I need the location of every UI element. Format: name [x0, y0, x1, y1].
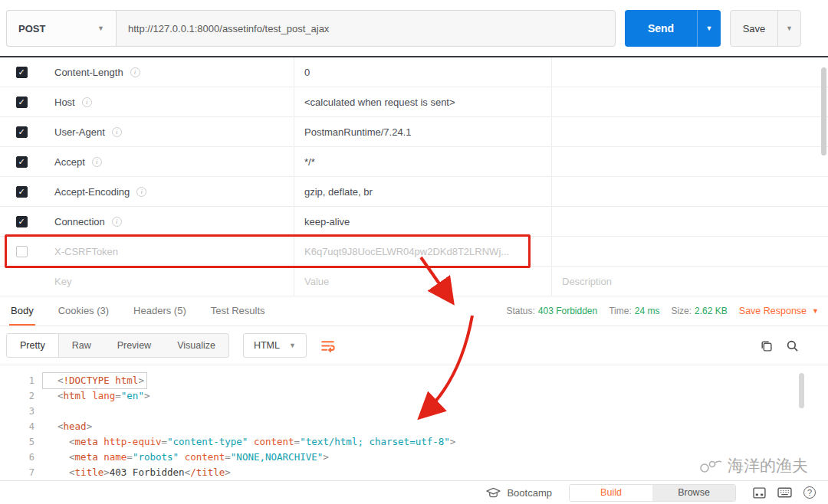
- code-text: <meta http-equiv="content-type" content=…: [43, 434, 455, 450]
- wrap-lines-icon: [320, 339, 335, 353]
- mode-pretty[interactable]: Pretty: [7, 334, 59, 357]
- info-icon: i: [92, 157, 102, 167]
- request-bar: POST ▼ Send ▼ Save ▼: [0, 0, 828, 56]
- size-metric: Size:2.62 KB: [671, 306, 727, 316]
- checkbox-cell: ✓: [0, 207, 43, 236]
- value-cell[interactable]: 0: [294, 57, 551, 87]
- header-row: ✓User-AgentiPostmanRuntime/7.24.1: [0, 117, 828, 147]
- response-meta: Status:403 Forbidden Time:24 ms Size:2.6…: [506, 296, 819, 326]
- two-pane-view-button[interactable]: [753, 487, 766, 499]
- checkbox-cell: ✓: [0, 147, 43, 176]
- description-cell[interactable]: [551, 207, 828, 236]
- key-cell[interactable]: Connectioni: [43, 207, 294, 236]
- search-button[interactable]: [786, 339, 799, 352]
- description-cell[interactable]: [551, 57, 828, 87]
- chevron-down-icon: ▼: [812, 307, 819, 315]
- row-checkbox[interactable]: ✓: [16, 97, 28, 108]
- headers-table-rows: ✓Content-Lengthi0✓Hosti<calculated when …: [0, 57, 828, 267]
- value-cell[interactable]: */*: [294, 147, 551, 176]
- help-button[interactable]: ?: [803, 486, 816, 499]
- watermark-text: 海洋的渔夫: [728, 455, 808, 476]
- browse-tab[interactable]: Browse: [652, 485, 735, 501]
- status-value: 403 Forbidden: [538, 306, 597, 316]
- shortcuts-button[interactable]: [777, 487, 792, 498]
- header-row: ✓Connectionikeep-alive: [0, 207, 828, 237]
- size-value: 2.62 KB: [695, 306, 728, 316]
- line-number: 5: [0, 434, 43, 450]
- tab-test-results[interactable]: Test Results: [209, 296, 267, 326]
- bootcamp-button[interactable]: Bootcamp: [486, 487, 552, 499]
- row-checkbox[interactable]: ✓: [16, 156, 28, 168]
- build-browse-toggle: Build Browse: [569, 484, 736, 502]
- header-key: User-Agent: [54, 126, 105, 138]
- tab-headers-5[interactable]: Headers (5): [132, 296, 188, 326]
- tab-cookies-3[interactable]: Cookies (3): [57, 296, 110, 326]
- checkbox-cell: [0, 237, 43, 266]
- mode-preview[interactable]: Preview: [104, 334, 164, 357]
- code-line: 2<html lang="en">: [0, 388, 828, 404]
- row-checkbox[interactable]: ✓: [16, 216, 28, 227]
- row-checkbox[interactable]: [16, 246, 28, 257]
- page-scrollbar-thumb[interactable]: [821, 67, 826, 155]
- key-cell[interactable]: Content-Lengthi: [43, 57, 294, 87]
- row-checkbox[interactable]: ✓: [16, 67, 28, 78]
- code-line: 4<head>: [0, 419, 828, 434]
- value-cell[interactable]: gzip, deflate, br: [294, 177, 551, 206]
- save-button[interactable]: Save: [731, 11, 777, 46]
- url-input[interactable]: [116, 10, 616, 47]
- description-cell[interactable]: [551, 117, 828, 146]
- new-value-cell[interactable]: Value: [294, 267, 551, 296]
- value-cell[interactable]: K6q7uqt9J8UocELWR04pw2DKd8T2LRNWj...: [294, 237, 551, 266]
- language-select[interactable]: HTML ▼: [243, 333, 307, 358]
- key-cell[interactable]: X-CSRFToken: [43, 237, 294, 266]
- keyboard-icon: [777, 487, 792, 498]
- new-description-cell[interactable]: Description: [551, 267, 828, 296]
- footer-icons: ?: [753, 486, 816, 499]
- mode-raw[interactable]: Raw: [59, 334, 104, 357]
- description-cell[interactable]: [551, 147, 828, 176]
- time-metric: Time:24 ms: [609, 306, 659, 316]
- placeholder-checkbox-cell: [0, 267, 43, 296]
- send-options-button[interactable]: ▼: [697, 10, 721, 47]
- value-cell[interactable]: keep-alive: [294, 207, 551, 236]
- description-cell[interactable]: [551, 87, 828, 116]
- method-label: POST: [18, 23, 45, 34]
- method-select[interactable]: POST ▼: [6, 10, 116, 47]
- send-split-button: Send ▼: [625, 10, 721, 47]
- header-key: Accept: [54, 156, 85, 168]
- code-text: <title>403 Forbidden</title>: [43, 465, 231, 480]
- value-cell[interactable]: <calculated when request is sent>: [294, 87, 551, 116]
- header-placeholder-row: Key Value Description: [0, 267, 828, 296]
- header-row: X-CSRFTokenK6q7uqt9J8UocELWR04pw2DKd8T2L…: [0, 237, 828, 267]
- description-cell[interactable]: [551, 177, 828, 206]
- key-cell[interactable]: Accept-Encodingi: [43, 177, 294, 206]
- row-checkbox[interactable]: ✓: [16, 186, 28, 198]
- search-icon: [786, 339, 799, 352]
- key-cell[interactable]: User-Agenti: [43, 117, 294, 146]
- description-cell[interactable]: [551, 237, 828, 266]
- save-options-button[interactable]: ▼: [777, 11, 800, 46]
- wrap-lines-button[interactable]: [320, 339, 335, 353]
- editor-scrollbar-thumb[interactable]: [799, 373, 804, 408]
- send-button[interactable]: Send: [625, 10, 697, 47]
- build-tab[interactable]: Build: [570, 485, 652, 501]
- fisherman-logo-icon: [697, 457, 723, 474]
- response-tabs: BodyCookies (3)Headers (5)Test Results: [9, 296, 267, 326]
- code-text: <head>: [43, 419, 92, 434]
- header-key: X-CSRFToken: [54, 246, 118, 257]
- chevron-down-icon: ▼: [706, 25, 713, 32]
- new-key-cell[interactable]: Key: [43, 267, 294, 296]
- graduation-cap-icon: [486, 487, 501, 498]
- key-cell[interactable]: Accepti: [43, 147, 294, 176]
- value-cell[interactable]: PostmanRuntime/7.24.1: [294, 117, 551, 146]
- row-checkbox[interactable]: ✓: [16, 126, 28, 138]
- header-row: ✓Hosti<calculated when request is sent>: [0, 87, 828, 117]
- line-number: 4: [0, 419, 43, 434]
- status-bar: Bootcamp Build Browse ?: [0, 480, 828, 504]
- save-response-button[interactable]: Save Response ▼: [739, 306, 819, 316]
- tab-body[interactable]: Body: [9, 296, 35, 326]
- code-text: <!DOCTYPE html>: [43, 373, 146, 388]
- mode-visualize[interactable]: Visualize: [164, 334, 228, 357]
- key-cell[interactable]: Hosti: [43, 87, 294, 116]
- copy-button[interactable]: [760, 339, 773, 352]
